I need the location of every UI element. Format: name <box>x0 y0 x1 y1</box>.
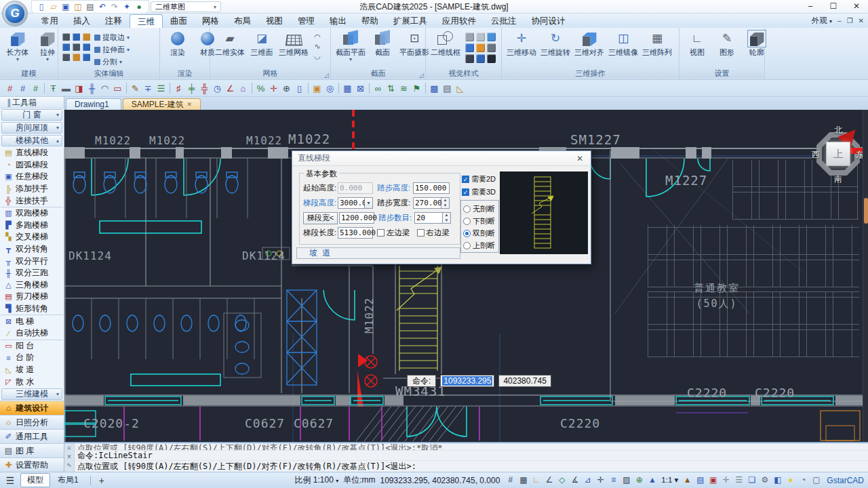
new-file-icon[interactable]: ▯ <box>36 1 47 12</box>
rotate-3d-button[interactable]: ↻ 三维旋转 <box>538 29 572 68</box>
link-icon[interactable]: ∞ <box>372 82 384 95</box>
scale-ruler-icon[interactable]: ◺ <box>454 82 467 95</box>
tool-elevator[interactable]: ⊠ 电 梯 <box>1 314 63 327</box>
right-beam-checkbox[interactable]: 右边梁 <box>417 228 450 238</box>
category-library[interactable]: ▤ 图 库 <box>0 443 64 458</box>
视图[interactable]: 视图 <box>258 14 290 28</box>
otrack-icon[interactable]: ∡ <box>569 474 580 486</box>
extrude-face-button[interactable]: 拉伸面 ▾ <box>94 45 130 55</box>
mirror-3d-button[interactable]: ◫ 三维镜像 <box>606 29 640 68</box>
add-layout-button[interactable]: + <box>95 475 108 486</box>
clipboard-icon[interactable]: ▯ <box>293 82 306 95</box>
extract-edge-button[interactable]: 提取边 ▾ <box>94 33 130 43</box>
polar-icon[interactable]: ∠ <box>543 474 555 486</box>
tool-split-corner-stair[interactable]: ┳ 双分转角 <box>1 243 63 256</box>
view-cube-compass[interactable]: 上 北 西 东 南 <box>814 126 863 184</box>
thicken-icon[interactable] <box>83 43 90 51</box>
undo-icon[interactable]: ↶ <box>97 1 108 12</box>
flight-width-field[interactable]: 1200.000 <box>339 212 374 224</box>
opening-icon[interactable]: ▭ <box>111 82 124 95</box>
face-3d-button[interactable]: ◪ 三维面 <box>247 29 277 68</box>
compass-north[interactable]: 北 <box>834 125 842 136</box>
style-gray-icon[interactable] <box>465 54 474 63</box>
style-hidden-icon[interactable] <box>465 33 474 41</box>
category-architecture[interactable]: ⌂ 建筑设计 <box>0 401 64 415</box>
appearance-menu[interactable]: 外观 ▾ <box>812 16 832 26</box>
minimize-button[interactable]: – <box>799 0 822 14</box>
angle-dim-icon[interactable]: ∠ <box>224 82 237 95</box>
radio-upper-break[interactable]: 上剖断 <box>463 239 498 251</box>
tool-split-parallel-stair[interactable]: ╥ 双分平行 <box>1 255 63 267</box>
section-doors-windows[interactable]: 门 窗▾ <box>1 109 62 121</box>
ruled-mesh-icon[interactable]: ◡ <box>312 52 323 60</box>
stair-draw-icon[interactable]: ✎ <box>129 82 142 95</box>
管理[interactable]: 管理 <box>290 14 322 28</box>
subtract-icon[interactable] <box>73 33 80 41</box>
dynamic-ucs-icon[interactable]: ⊿ <box>582 474 593 486</box>
close-icon[interactable]: ✕ <box>574 154 585 163</box>
x-coordinate-input[interactable]: 1093233.295 <box>440 375 494 387</box>
云批注[interactable]: 云批注 <box>484 14 524 28</box>
door-icon[interactable]: ◨ <box>73 82 85 95</box>
ramp-tab[interactable]: 坡 道 <box>296 247 460 259</box>
flag-icon[interactable]: ⚑ <box>410 82 423 95</box>
输出[interactable]: 输出 <box>322 14 354 28</box>
常用[interactable]: 常用 <box>34 14 66 28</box>
tool-ramp[interactable]: ◺ 坡 道 <box>1 364 63 376</box>
网格[interactable]: 网格 <box>195 14 226 28</box>
app-logo[interactable]: G <box>2 1 28 26</box>
帮助[interactable]: 帮助 <box>354 14 386 28</box>
step-height-field[interactable]: 150.000 <box>413 182 450 194</box>
lock-icon[interactable]: ◧ <box>772 474 783 486</box>
up-down-icon[interactable]: ⇅ <box>384 82 397 95</box>
ref-edit-icon[interactable]: ▩ <box>428 82 441 95</box>
y-coordinate-input[interactable]: 402380.745 <box>498 375 551 387</box>
taper-face-icon[interactable] <box>73 54 80 61</box>
tool-straight-flight[interactable]: ▤ 直线梯段 <box>1 147 63 159</box>
tool-connect-handrail[interactable]: ╬ 连接扶手 <box>1 195 63 207</box>
roof-symbol-icon[interactable]: ⌂ <box>237 82 250 95</box>
save-icon[interactable]: ▣ <box>60 1 71 12</box>
step-count-stepper[interactable]: ▲▼ <box>443 212 451 224</box>
workspace-switcher[interactable]: 二维草图 ▾ <box>151 1 221 12</box>
fullscreen-icon[interactable]: ▢ <box>810 474 822 486</box>
graphics-settings-button[interactable]: ✎ 图形 <box>712 29 742 68</box>
move-3d-button[interactable]: ✛ 三维移动 <box>505 29 538 68</box>
redo-icon[interactable]: ↷ <box>109 1 120 12</box>
column-grid-icon[interactable]: ♯ <box>172 82 185 95</box>
tool-apron[interactable]: ◸ 散 水 <box>1 375 63 388</box>
need-2d-checkbox[interactable]: ✓需要2D <box>462 174 498 184</box>
image-frame-icon[interactable]: ⊠ <box>354 82 367 95</box>
chevron-down-icon[interactable]: ▼ <box>365 197 373 209</box>
step-width-field[interactable]: 270.000 <box>413 197 441 209</box>
step-width-stepper[interactable]: ▲▼ <box>441 197 450 209</box>
snap-icon[interactable]: # <box>505 474 516 486</box>
style-realistic-icon[interactable] <box>487 33 496 41</box>
layout-switch-icon[interactable]: ❏ <box>746 474 757 486</box>
wall-icon[interactable]: ▬ <box>60 82 73 95</box>
tool-escalator[interactable]: ∕ 自动扶梯 <box>1 327 63 340</box>
doc-close-button[interactable]: ✕ <box>859 17 864 24</box>
zoom-doc-icon[interactable]: ◎ <box>323 82 336 95</box>
gear-icon[interactable]: ⚙ <box>759 474 770 486</box>
box-button[interactable]: 长方体 ▾ <box>3 29 33 68</box>
layer-walk-icon[interactable]: ▤ <box>441 82 454 95</box>
tool-split-three-run-stair[interactable]: ╫ 双分三跑 <box>1 267 63 279</box>
window-icon[interactable]: ╫ <box>85 82 98 95</box>
radio-no-break[interactable]: 无剖断 <box>463 203 498 215</box>
plot-monitor-icon[interactable]: ▣ <box>707 474 719 486</box>
canvas-scrollbar[interactable] <box>863 110 868 442</box>
beam-icon[interactable]: ╬ <box>198 82 211 95</box>
percent-icon[interactable]: % <box>254 82 267 95</box>
插入[interactable]: 插入 <box>66 14 98 28</box>
handrail-icon[interactable]: ∓ <box>142 82 155 95</box>
协同设计[interactable]: 协同设计 <box>524 14 573 28</box>
flight-length-field[interactable]: 5130.000 <box>338 227 373 239</box>
tabulated-mesh-icon[interactable]: ∿ <box>312 42 323 51</box>
tool-triangle-stair[interactable]: △ 三角楼梯 <box>1 279 63 291</box>
axis-label-icon[interactable]: # <box>16 82 29 95</box>
model-tab[interactable]: 模型 <box>20 473 50 487</box>
selection-cycling-icon[interactable]: ⊕ <box>633 474 645 486</box>
union-icon[interactable] <box>62 33 70 41</box>
interfere-icon[interactable] <box>73 43 80 51</box>
